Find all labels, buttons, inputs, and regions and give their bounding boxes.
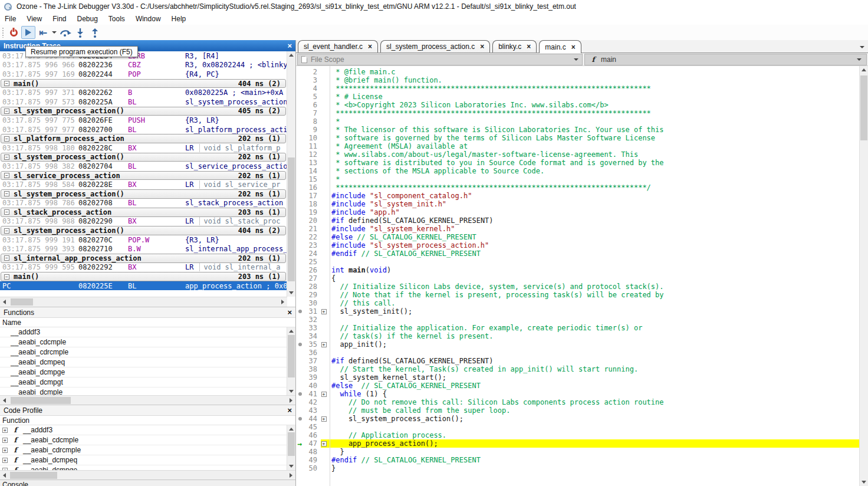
code-line-9[interactable]: 9 * The licensor of this software is Sil… <box>296 126 859 134</box>
code-line-19[interactable]: 19#include "app.h" <box>296 208 859 216</box>
scrollbar-thumb[interactable] <box>11 298 33 306</box>
tab-sl_system_process_action.c[interactable]: sl_system_process_action.c× <box>380 40 490 52</box>
function-list-item[interactable]: __aeabi_dcmpge <box>0 367 287 377</box>
code-line-2[interactable]: 2 * @file main.c <box>296 68 859 76</box>
trace-row[interactable]: 03:17.875 997 37108202262B0x0820225A ; <… <box>0 88 287 97</box>
close-icon[interactable]: × <box>571 43 576 51</box>
file-scope-dropdown[interactable]: File Scope <box>297 54 583 65</box>
functions-hscrollbar[interactable] <box>0 395 295 405</box>
code-line-42[interactable]: 42 // Do not remove this call: Silicon L… <box>296 398 859 406</box>
close-icon[interactable]: × <box>287 406 292 414</box>
scrollbar-thumb[interactable] <box>11 397 71 404</box>
trace-group-row[interactable]: −sl_system_process_action()405 ns (2) <box>1 107 286 116</box>
scrollbar-thumb[interactable] <box>10 472 57 479</box>
code-fold-expander[interactable]: + <box>319 441 328 446</box>
code-line-31[interactable]: 31+ sl_system_init(); <box>296 307 859 316</box>
code-line-4[interactable]: 4 **************************************… <box>296 84 859 93</box>
step-into-button[interactable] <box>73 26 87 39</box>
code-line-15[interactable]: 15 * <box>296 175 859 183</box>
scrollbar-thumb[interactable] <box>288 335 295 377</box>
trace-group-row[interactable]: −sl_system_process_action()404 ns (2) <box>1 226 286 235</box>
code-line-25[interactable]: 25 <box>296 258 859 266</box>
scroll-right-icon[interactable] <box>281 300 284 304</box>
trace-group-row[interactable]: −sl_stack_process_action203 ns (1) <box>1 208 286 217</box>
functions-column-header[interactable]: Name <box>0 318 295 327</box>
code-line-21[interactable]: 21#include "sl_system_kernel.h" <box>296 225 859 233</box>
menu-window[interactable]: Window <box>131 14 167 25</box>
trace-row[interactable]: 03:17.875 997 5730820225ABLsl_system_pro… <box>0 97 287 107</box>
code-line-22[interactable]: 22#else // SL_CATALOG_KERNEL_PRESENT <box>296 233 859 241</box>
close-icon[interactable]: × <box>287 42 292 50</box>
trace-group-row[interactable]: −sl_platform_process_action202 ns (1) <box>1 134 286 143</box>
resume-button[interactable] <box>21 26 35 39</box>
code-line-20[interactable]: 20#if defined(SL_CATALOG_KERNEL_PRESENT) <box>296 216 859 225</box>
code-line-6[interactable]: 6 * <b>Copyright 2023 Silicon Laboratori… <box>296 101 859 109</box>
scrollbar-thumb[interactable] <box>860 75 867 140</box>
code-line-24[interactable]: 24#endif // SL_CATALOG_KERNEL_PRESENT <box>296 249 859 258</box>
trace-row[interactable]: 03:17.875 998 78608202708BLsl_stack_proc… <box>0 199 287 208</box>
tab-main.c[interactable]: main.c× <box>539 40 581 53</box>
menu-debug[interactable]: Debug <box>72 14 103 25</box>
code-line-7[interactable]: 7 **************************************… <box>296 109 859 117</box>
collapse-icon[interactable]: − <box>4 173 9 178</box>
menu-tools[interactable]: Tools <box>104 14 131 25</box>
trace-row[interactable]: 03:17.875 998 1800820228CBXLRvoid sl_pla… <box>0 143 287 153</box>
collapse-icon[interactable]: − <box>4 274 9 280</box>
scrollbar-thumb[interactable] <box>288 432 295 456</box>
code-line-40[interactable]: 40#else // SL_CATALOG_KERNEL_PRESENT <box>296 382 859 390</box>
step-out-button[interactable] <box>88 26 102 39</box>
code-line-27[interactable]: 27{ <box>296 274 859 283</box>
collapse-icon[interactable]: − <box>4 228 9 234</box>
code-line-8[interactable]: 8 * <box>296 117 859 126</box>
trace-row-pc[interactable]: PC0820225EBLapp_process_action ; 0x0 <box>0 281 287 291</box>
scroll-down-icon[interactable] <box>289 390 294 393</box>
code-line-45[interactable]: 45 <box>296 423 859 431</box>
code-profile-item[interactable]: +f__aeabi_dcmpeq <box>0 455 287 465</box>
code-line-13[interactable]: 13 * software is distributed to you in S… <box>296 159 859 167</box>
menu-help[interactable]: Help <box>167 14 192 25</box>
code-line-36[interactable]: 36 <box>296 349 859 357</box>
trace-row[interactable]: 03:17.875 999 59508202292BXLRvoid sl_int… <box>0 263 287 272</box>
tab-blinky.c[interactable]: blinky.c× <box>492 40 537 52</box>
expand-icon[interactable]: + <box>2 448 8 453</box>
code-line-46[interactable]: 46 // Application process. <box>296 431 859 439</box>
trace-group-row[interactable]: −sl_system_process_action()202 ns (1) <box>1 153 286 162</box>
code-profile-item[interactable]: +f__aeabi_cdrcmple <box>0 445 287 455</box>
scrollbar-thumb[interactable] <box>288 157 295 281</box>
scroll-up-icon[interactable] <box>289 330 294 333</box>
scroll-right-icon[interactable] <box>290 473 292 478</box>
code-line-12[interactable]: 12 * www.silabs.com/about-us/legal/maste… <box>296 150 859 159</box>
code-line-43[interactable]: 43 // must be called from the super loop… <box>296 406 859 415</box>
instruction-trace-hscrollbar[interactable] <box>0 297 287 307</box>
trace-row[interactable]: 03:17.875 997 775082026FEPUSH{R3, LR} <box>0 116 287 125</box>
code-line-23[interactable]: 23#include "sl_system_process_action.h" <box>296 241 859 249</box>
code-line-41[interactable]: 41+ while (1) { <box>296 390 859 398</box>
step-over-button[interactable] <box>58 26 73 39</box>
code-line-16[interactable]: 16 *************************************… <box>296 183 859 192</box>
trace-group-row[interactable]: −sl_internal_app_process_action202 ns (1… <box>1 254 286 263</box>
trace-row[interactable]: 03:17.875 998 5840820228EBXLRvoid sl_ser… <box>0 180 287 189</box>
function-list-item[interactable]: __adddf3 <box>0 327 287 337</box>
code-line-34[interactable]: 34 // task(s) if the kernel is present. <box>296 332 859 340</box>
close-icon[interactable]: × <box>368 42 372 51</box>
code-fold-expander[interactable]: + <box>319 309 328 314</box>
code-line-49[interactable]: 49#endif // SL_CATALOG_KERNEL_PRESENT <box>296 456 859 464</box>
close-icon[interactable]: × <box>527 42 531 51</box>
code-profile-column-header[interactable]: Function <box>0 416 295 425</box>
power-button[interactable] <box>6 26 21 39</box>
code-line-37[interactable]: 37#if defined(SL_CATALOG_KERNEL_PRESENT) <box>296 357 859 365</box>
function-list-item[interactable]: __aeabi_dcmpgt <box>0 377 287 388</box>
menu-file[interactable]: File <box>0 14 22 25</box>
code-line-38[interactable]: 38 // Start the kernel, Task(s) created … <box>296 365 859 373</box>
code-line-47[interactable]: →47+ app_process_action(); <box>296 439 859 448</box>
code-line-26[interactable]: 26int main(void) <box>296 266 859 274</box>
code-fold-expander[interactable]: + <box>319 392 328 397</box>
scroll-up-icon[interactable] <box>289 54 294 57</box>
trace-row[interactable]: 03:17.875 997 97708202700BLsl_platform_p… <box>0 125 287 134</box>
code-line-10[interactable]: 10 * software is governed by the terms o… <box>296 134 859 142</box>
collapse-icon[interactable]: − <box>4 209 9 215</box>
scroll-up-icon[interactable] <box>862 68 866 71</box>
function-selector-dropdown[interactable]: f main <box>584 54 867 65</box>
code-line-28[interactable]: 28 // Initialize Silicon Labs device, sy… <box>296 283 859 291</box>
function-list-item[interactable]: __aeabi_dcmpeq <box>0 357 287 367</box>
